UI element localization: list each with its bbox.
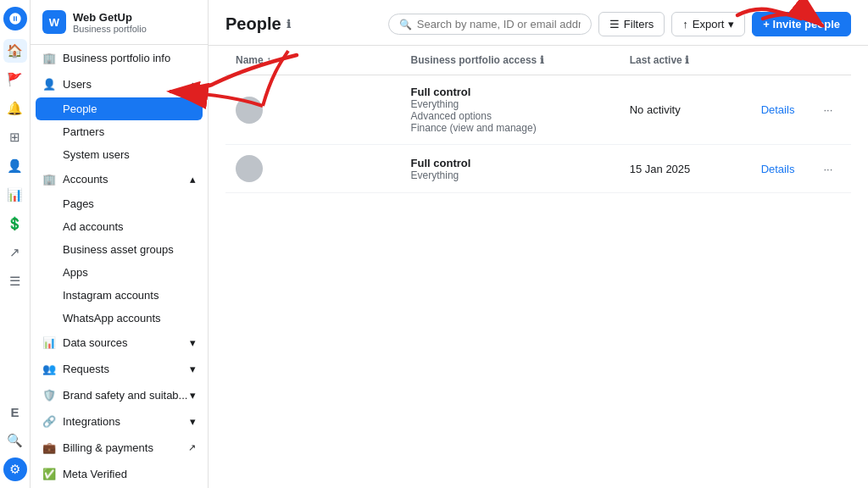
sidebar-item-instagram-accounts[interactable]: Instagram accounts (31, 284, 208, 307)
icon-bar-dollar[interactable]: 💲 (3, 212, 27, 236)
main-header: People ℹ 🔍 ☰ Filters ↑ Export ▾ + (209, 0, 868, 46)
users-chevron: ▴ (190, 78, 196, 91)
accounts-icon: 🏢 (42, 173, 56, 186)
sidebar-item-people[interactable]: People (36, 97, 203, 120)
billing-external-icon: ↗ (188, 442, 196, 453)
person-avatar-2 (236, 155, 263, 182)
export-button[interactable]: ↑ Export ▾ (671, 12, 745, 36)
invite-button[interactable]: + Invite people (752, 12, 851, 36)
more-button-2[interactable]: ··· (816, 159, 839, 179)
sidebar-users-section[interactable]: 👤 Users ▴ (31, 71, 208, 97)
integrations-chevron: ▾ (190, 415, 196, 428)
icon-bar-flag[interactable]: 🚩 (3, 68, 27, 92)
icon-bar-e[interactable]: E (3, 400, 27, 424)
icon-bar-settings[interactable]: ⚙ (3, 458, 27, 481)
search-input[interactable] (417, 18, 581, 30)
people-table: Name ↕ Business portfolio access ℹ Last … (225, 46, 851, 193)
requests-label: Requests (63, 363, 109, 375)
sidebar-brand-safety[interactable]: 🛡️ Brand safety and suitab... ▾ (31, 382, 208, 408)
icon-bar: 🏠 🚩 🔔 ⊞ 👤 📊 💲 ↗ ☰ E 🔍 ⚙ (0, 0, 31, 488)
access-extra2: Finance (view and manage) (411, 122, 609, 134)
sidebar-portfolio-info[interactable]: 🏢 Business portfolio info (31, 45, 208, 71)
details-cell-2[interactable]: Details (751, 145, 807, 193)
table-row: Full control Everything 15 Jan 2025 Deta… (225, 145, 851, 193)
last-active-cell-2: 15 Jan 2025 (620, 145, 751, 193)
access-main: Full control (411, 86, 609, 98)
sidebar-requests[interactable]: 👥 Requests ▾ (31, 356, 208, 382)
table-container: Name ↕ Business portfolio access ℹ Last … (209, 46, 868, 488)
main-actions: 🔍 ☰ Filters ↑ Export ▾ + Invite people (388, 12, 851, 36)
search-icon: 🔍 (399, 19, 412, 30)
sidebar-billing[interactable]: 💼 Billing & payments ↗ (31, 435, 208, 461)
filters-button[interactable]: ☰ Filters (598, 12, 665, 36)
sidebar-item-business-asset-groups[interactable]: Business asset groups (31, 238, 208, 261)
icon-bar-person[interactable]: 👤 (3, 154, 27, 178)
icon-bar-bell[interactable]: 🔔 (3, 97, 27, 120)
data-sources-chevron: ▾ (190, 336, 196, 349)
person-row-2 (236, 155, 391, 182)
access-extra: Advanced options (411, 110, 609, 122)
more-cell[interactable]: ··· (806, 75, 851, 145)
icon-bar-grid[interactable]: ⊞ (3, 125, 27, 149)
details-link[interactable]: Details (761, 103, 795, 116)
last-active-info-icon[interactable]: ℹ (685, 54, 689, 66)
title-info-icon[interactable]: ℹ (287, 18, 291, 30)
sidebar-accounts-section[interactable]: 🏢 Accounts ▴ (31, 166, 208, 192)
access-sub: Everything (411, 98, 609, 110)
filter-icon: ☰ (609, 18, 620, 30)
meta-logo (3, 7, 27, 30)
access-info-icon[interactable]: ℹ (540, 54, 544, 66)
icon-bar-chart[interactable]: 📊 (3, 183, 27, 207)
person-name-cell-2 (225, 145, 401, 193)
meta-verified-label: Meta Verified (63, 468, 127, 480)
main-content: People ℹ 🔍 ☰ Filters ↑ Export ▾ + (209, 0, 868, 488)
requests-chevron: ▾ (190, 363, 196, 375)
filters-label: Filters (624, 18, 654, 30)
users-label: Users (63, 78, 92, 91)
last-active-cell: No activity (620, 75, 751, 145)
sidebar-item-pages[interactable]: Pages (31, 192, 208, 215)
access-cell-2: Full control Everything (401, 145, 620, 193)
sidebar-item-system-users[interactable]: System users (31, 143, 208, 166)
more-cell-2[interactable]: ··· (806, 145, 851, 193)
brand-safety-label: Brand safety and suitab... (63, 389, 187, 402)
more-button[interactable]: ··· (816, 100, 839, 119)
col-name[interactable]: Name ↕ (225, 46, 401, 75)
invite-label: + Invite people (763, 18, 840, 30)
portfolio-icon: 🏢 (42, 52, 56, 64)
page-title: People (225, 14, 281, 34)
details-link-2[interactable]: Details (761, 163, 795, 175)
business-subtitle: Business portfolio (73, 24, 147, 34)
sidebar-item-apps[interactable]: Apps (31, 261, 208, 284)
export-label: Export (693, 18, 725, 30)
sidebar-item-whatsapp-accounts[interactable]: WhatsApp accounts (31, 307, 208, 330)
details-cell[interactable]: Details (751, 75, 807, 145)
sidebar-item-partners[interactable]: Partners (31, 120, 208, 143)
meta-verified-icon: ✅ (42, 468, 56, 480)
person-row (236, 97, 391, 124)
sidebar: W Web GetUp Business portfolio 🏢 Busines… (31, 0, 209, 488)
sidebar-data-sources[interactable]: 📊 Data sources ▾ (31, 330, 208, 356)
icon-bar-menu[interactable]: ☰ (3, 269, 27, 293)
sidebar-meta-verified[interactable]: ✅ Meta Verified (31, 461, 208, 487)
table-row: Full control Everything Advanced options… (225, 75, 851, 145)
portfolio-info-label: Business portfolio info (63, 52, 170, 64)
export-chevron: ▾ (728, 18, 734, 30)
billing-label: Billing & payments (63, 441, 153, 454)
sidebar-item-ad-accounts[interactable]: Ad accounts (31, 215, 208, 238)
access-main-2: Full control (411, 157, 609, 169)
icon-bar-home[interactable]: 🏠 (3, 39, 27, 63)
business-title: Web GetUp (73, 11, 147, 24)
search-box[interactable]: 🔍 (388, 14, 592, 35)
sidebar-header: W Web GetUp Business portfolio (31, 0, 208, 45)
icon-bar-search[interactable]: 🔍 (3, 429, 27, 452)
sidebar-integrations[interactable]: 🔗 Integrations ▾ (31, 408, 208, 435)
data-sources-icon: 📊 (42, 336, 56, 349)
person-avatar (236, 97, 263, 124)
business-avatar: W (42, 10, 66, 34)
person-name-cell (225, 75, 401, 145)
users-icon: 👤 (42, 78, 56, 91)
main-title-area: People ℹ (225, 14, 291, 34)
integrations-icon: 🔗 (42, 415, 56, 428)
icon-bar-share[interactable]: ↗ (3, 241, 27, 264)
